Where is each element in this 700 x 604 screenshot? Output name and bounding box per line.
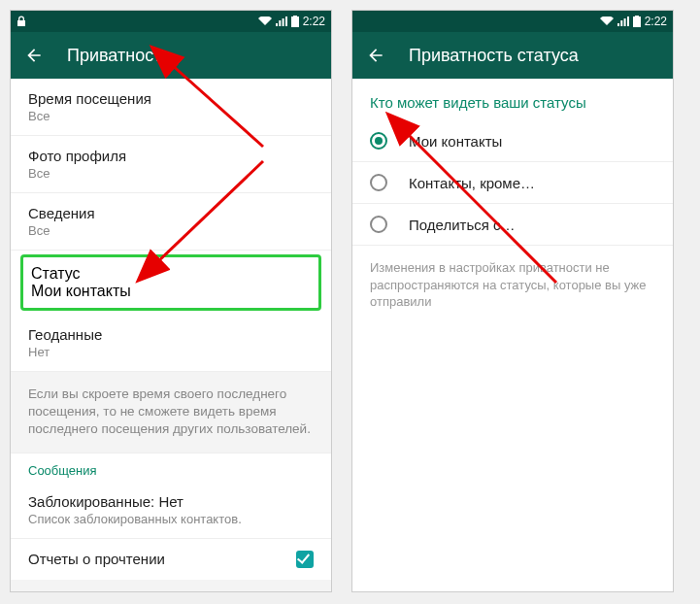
signal-icon	[276, 17, 287, 26]
phone-screen-status-privacy: 2:22 Приватность статуса Кто может видет…	[351, 10, 674, 592]
list-item-profile-photo[interactable]: Фото профиля Все	[11, 136, 331, 193]
signal-icon	[617, 17, 629, 26]
back-arrow-icon[interactable]	[24, 46, 44, 65]
radio-option-contacts-except[interactable]: Контакты, кроме…	[352, 162, 673, 204]
radio-selected-icon	[370, 132, 387, 150]
battery-icon	[633, 16, 641, 27]
status-time: 2:22	[645, 15, 667, 28]
wifi-icon	[258, 17, 272, 26]
section-title: Кто может видеть ваши статусы	[352, 79, 673, 120]
back-arrow-icon[interactable]	[366, 46, 385, 65]
status-time: 2:22	[303, 15, 325, 28]
wifi-icon	[600, 17, 614, 26]
radio-option-share-with[interactable]: Поделиться с…	[352, 204, 673, 246]
radio-unselected-icon	[370, 216, 387, 233]
list-item-about[interactable]: Сведения Все	[11, 193, 331, 251]
radio-option-my-contacts[interactable]: Мои контакты	[352, 120, 673, 162]
list-item-read-receipts[interactable]: Отчеты о прочтении	[11, 538, 331, 580]
privacy-note: Изменения в настройках приватности не ра…	[352, 246, 673, 324]
app-bar-title: Приватность статуса	[409, 46, 579, 66]
list-item-blocked[interactable]: Заблокированные: Нет Список заблокирован…	[11, 482, 331, 538]
app-bar: Приватность статуса	[352, 32, 673, 79]
app-bar: Приватность	[11, 32, 331, 79]
truncated-info: Если вы отключите отчеты о прочтении, то	[11, 580, 331, 591]
lock-icon	[17, 16, 26, 27]
section-header-messages: Сообщения	[11, 453, 331, 482]
phone-screen-privacy: 2:22 Приватность Время посещения Все Фот…	[10, 10, 332, 592]
app-bar-title: Приватность	[67, 46, 171, 66]
status-bar: 2:22	[11, 11, 331, 32]
checkbox-checked-icon[interactable]	[296, 551, 314, 568]
status-bar: 2:22	[352, 11, 673, 32]
list-item-last-seen[interactable]: Время посещения Все	[11, 79, 331, 136]
privacy-list: Время посещения Все Фото профиля Все Све…	[11, 79, 331, 591]
radio-unselected-icon	[370, 174, 387, 191]
list-item-status[interactable]: Статус Мои контакты	[20, 254, 321, 311]
list-item-live-location[interactable]: Геоданные Нет	[11, 315, 331, 372]
info-text: Если вы скроете время своего последнего …	[11, 372, 331, 453]
battery-icon	[291, 16, 299, 27]
status-privacy-options: Кто может видеть ваши статусы Мои контак…	[352, 79, 673, 591]
